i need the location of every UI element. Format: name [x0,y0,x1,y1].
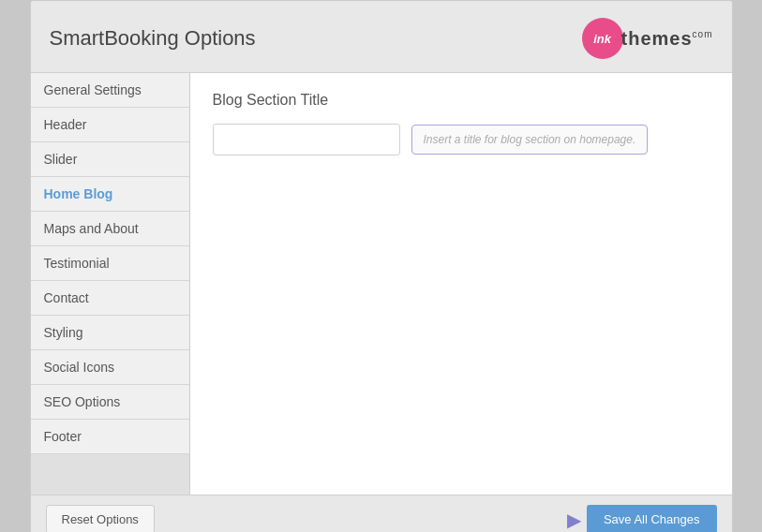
logo-container: ink themescom [582,18,713,59]
arrow-icon: ▶ [567,509,581,531]
sidebar-item-slider[interactable]: Slider [31,142,189,177]
sidebar-item-home-blog[interactable]: Home Blog [31,177,189,212]
footer-bar: Reset Options ▶ Save All Changes [31,495,732,532]
save-button[interactable]: Save All Changes [587,505,717,532]
hint-box: Insert a title for blog section on homep… [411,125,649,155]
sidebar-item-maps-and-about[interactable]: Maps and About [31,212,189,246]
save-area: ▶ Save All Changes [567,505,717,532]
sidebar-item-general-settings[interactable]: General Settings [31,73,189,108]
sidebar-item-social-icons[interactable]: Social Icons [31,350,189,385]
main-panel: Blog Section Title Insert a title for bl… [190,73,732,495]
header-bar: SmartBooking Options ink themescom [31,1,732,73]
sidebar-item-seo-options[interactable]: SEO Options [31,385,189,420]
reset-button[interactable]: Reset Options [46,505,155,532]
sidebar-item-contact[interactable]: Contact [31,281,189,316]
sidebar: General Settings Header Slider Home Blog… [31,73,190,495]
logo-text: themescom [621,28,713,50]
sidebar-item-styling[interactable]: Styling [31,316,189,350]
section-title: Blog Section Title [213,92,710,109]
sidebar-item-header[interactable]: Header [31,108,189,142]
app-title: SmartBooking Options [50,26,256,51]
logo-circle: ink [582,18,623,59]
content-area: General Settings Header Slider Home Blog… [31,73,732,495]
input-row: Insert a title for blog section on homep… [213,124,710,155]
main-container: SmartBooking Options ink themescom Gener… [30,0,733,532]
blog-section-title-input[interactable] [213,124,400,155]
logo-circle-text: ink [593,32,611,46]
sidebar-item-testimonial[interactable]: Testimonial [31,246,189,281]
sidebar-item-footer[interactable]: Footer [31,420,189,454]
